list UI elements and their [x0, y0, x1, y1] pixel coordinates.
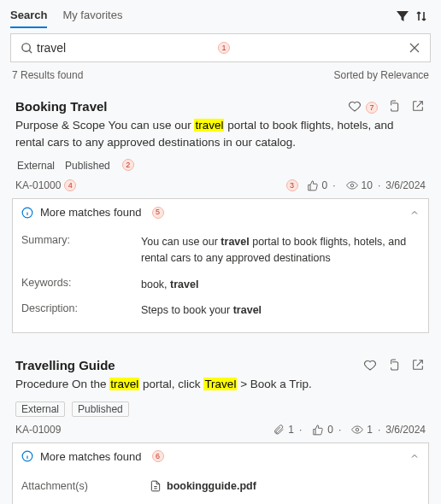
snippet-highlight: travel: [109, 378, 139, 390]
result-title-row: Booking Travel 7: [12, 91, 429, 115]
annotation-5: 5: [152, 207, 164, 219]
popout-icon[interactable]: [410, 357, 426, 372]
info-icon: [21, 450, 33, 462]
search-icon: [18, 39, 35, 56]
kv-row: Description: Steps to book your travel: [21, 297, 420, 324]
views-count: 10: [362, 179, 373, 191]
more-matches-header[interactable]: More matches found 5: [13, 199, 428, 226]
annotation-7: 7: [366, 102, 378, 114]
snippet-text: Purpose & Scope You can use our: [15, 119, 194, 132]
tab-search[interactable]: Search: [10, 3, 47, 28]
result-card: Travelling Guide Procedure On the travel…: [9, 347, 432, 504]
bold-term: travel: [233, 304, 262, 316]
attachment-stat: 1: [273, 424, 294, 436]
tag-external: External: [15, 159, 56, 173]
more-matches-panel: More matches found 5 Summary: You can us…: [12, 198, 429, 333]
snippet-text: > Book a Trip.: [237, 378, 311, 390]
text: You can use our: [141, 236, 220, 248]
kv-key-attachments: Attachment(s): [21, 480, 141, 492]
views-count: 1: [367, 424, 373, 436]
tag-published: Published: [72, 401, 129, 417]
tab-favorites[interactable]: My favorites: [62, 3, 122, 28]
annotation-1: 1: [218, 42, 230, 54]
tag-published: Published: [63, 159, 112, 173]
result-actions: [362, 357, 426, 372]
favorite-icon[interactable]: [347, 98, 362, 114]
sort-icon[interactable]: [412, 7, 431, 26]
result-meta-row: KA-01009 1 · 0 · 1 ·: [12, 420, 429, 436]
tabs: Search My favorites: [10, 3, 393, 28]
svg-point-1: [350, 184, 354, 187]
copy-link-icon[interactable]: [386, 357, 402, 372]
svg-point-0: [21, 43, 29, 50]
favorite-icon[interactable]: [362, 357, 378, 372]
info-icon: [21, 207, 33, 219]
results-sort: Sorted by Relevance: [334, 69, 429, 81]
kv-val-attachments[interactable]: bookingguide.pdf: [150, 478, 420, 495]
result-actions: 7: [347, 98, 426, 114]
attachment-count: 1: [288, 424, 294, 436]
likes-stat: 0: [312, 424, 333, 436]
result-title[interactable]: Booking Travel: [15, 99, 108, 114]
annotation-2: 2: [122, 159, 134, 171]
article-id: KA-01009: [15, 424, 61, 436]
views-stat: 1: [351, 424, 373, 436]
clear-search-icon[interactable]: [406, 39, 423, 56]
result-date: 3/6/2024: [385, 424, 426, 436]
filter-icon[interactable]: [393, 7, 412, 26]
annotation-4: 4: [64, 179, 76, 191]
more-matches-label: More matches found: [40, 206, 142, 219]
result-card: Booking Travel 7 Purpose & Scope You can…: [9, 88, 432, 347]
result-title[interactable]: Travelling Guide: [15, 358, 115, 372]
kv-val-description: Steps to book your travel: [141, 302, 420, 319]
views-stat: 10: [346, 179, 373, 191]
result-meta-row: KA-01000 4 3 0 · 10 · 3/6/2024: [12, 176, 429, 191]
snippet-text: portal, click: [139, 378, 203, 390]
bold-term: travel: [170, 278, 198, 290]
likes-count: 0: [327, 424, 333, 436]
result-snippet: Purpose & Scope You can use our travel p…: [12, 115, 429, 155]
bold-term: travel: [220, 236, 249, 248]
kv-key-keywords: Keywords:: [21, 277, 141, 289]
tabs-row: Search My favorites: [0, 0, 441, 28]
chevron-up-icon: [409, 208, 420, 218]
results-meta: 7 Results found Sorted by Relevance: [0, 66, 441, 88]
more-matches-body: Attachment(s) bookingguide.pdf: [13, 470, 428, 504]
tag-row: External Published 2: [12, 155, 429, 176]
kv-row: Summary: You can use our travel portal t…: [21, 229, 420, 272]
annotation-3: 3: [286, 179, 298, 191]
kv-row: Keywords: book, travel: [21, 272, 420, 298]
tag-row: External Published: [12, 398, 429, 420]
tag-external: External: [15, 401, 65, 417]
search-bar: 1: [10, 33, 431, 62]
results-count: 7 Results found: [12, 69, 83, 81]
chevron-up-icon: [409, 451, 420, 461]
paperclip-icon: [273, 424, 285, 436]
snippet-highlight: Travel: [203, 378, 237, 390]
more-matches-label: More matches found: [40, 450, 142, 463]
eye-icon: [351, 424, 363, 436]
snippet-highlight: travel: [194, 119, 224, 132]
text: book,: [141, 278, 170, 290]
article-id: KA-01000: [15, 179, 61, 191]
more-matches-panel: More matches found 6 Attachment(s) booki…: [12, 442, 429, 504]
likes-count: 0: [322, 179, 328, 191]
thumbs-up-icon: [307, 179, 319, 191]
file-icon: [150, 480, 162, 492]
snippet-text: Procedure On the: [15, 378, 109, 390]
thumbs-up-icon: [312, 424, 324, 436]
kv-key-summary: Summary:: [21, 234, 141, 246]
popout-icon[interactable]: [410, 98, 426, 114]
result-date: 3/6/2024: [385, 179, 426, 191]
likes-stat: 0: [307, 179, 328, 191]
search-input[interactable]: [35, 40, 215, 56]
eye-icon: [346, 179, 358, 191]
copy-link-icon[interactable]: [386, 98, 402, 114]
svg-point-3: [356, 428, 360, 431]
attachment-filename: bookingguide.pdf: [167, 478, 256, 495]
kv-key-description: Description:: [21, 302, 141, 314]
kv-row: Attachment(s) bookingguide.pdf: [21, 473, 420, 500]
results-list: Booking Travel 7 Purpose & Scope You can…: [0, 88, 441, 504]
kv-val-summary: You can use our travel portal to book fl…: [141, 234, 420, 267]
more-matches-header[interactable]: More matches found 6: [13, 443, 428, 470]
